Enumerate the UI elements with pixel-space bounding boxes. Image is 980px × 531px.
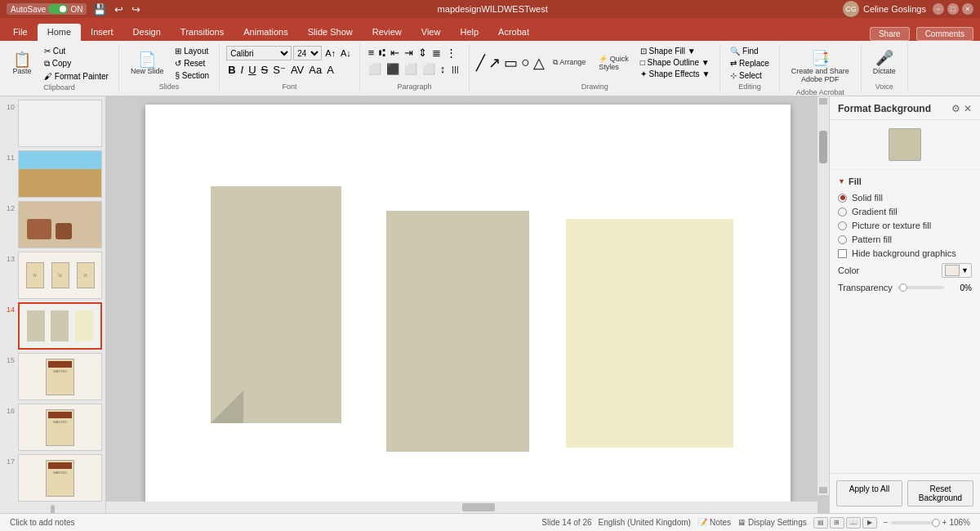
dictate-button[interactable]: 🎤 Dictate (868, 46, 901, 78)
decrease-font-icon[interactable]: A↓ (339, 47, 353, 59)
color-swatch[interactable]: ▼ (942, 263, 972, 278)
zoom-in-icon[interactable]: + (942, 518, 947, 527)
shape-2[interactable] (386, 211, 529, 452)
minimize-button[interactable]: − (933, 3, 944, 15)
numbering-icon[interactable]: ⑆ (377, 46, 387, 60)
autosave-toggle[interactable] (48, 4, 68, 14)
decrease-indent-icon[interactable]: ⇤ (389, 46, 401, 60)
tab-slideshow[interactable]: Slide Show (298, 24, 363, 41)
notes-status-item[interactable]: 📝 Notes (697, 518, 731, 527)
tab-transitions[interactable]: Transitions (171, 24, 234, 41)
scroll-thumb-v[interactable] (819, 131, 827, 163)
replace-button[interactable]: ⇄ Replace (727, 58, 772, 69)
increase-font-icon[interactable]: A↑ (323, 47, 337, 59)
transparency-slider[interactable] (898, 286, 944, 289)
slide-thumb-16[interactable]: 16 WANTED (3, 404, 102, 451)
zoom-out-icon[interactable]: − (884, 518, 889, 527)
shadow-icon[interactable]: S⁻ (271, 63, 287, 77)
zoom-thumb[interactable] (932, 519, 940, 527)
italic-icon[interactable]: I (239, 63, 246, 77)
tab-insert[interactable]: Insert (81, 24, 123, 41)
align-text-icon[interactable]: ≣ (430, 46, 443, 60)
comments-button[interactable]: Comments (916, 27, 973, 41)
slide-thumb-15[interactable]: 15 WANTED (3, 353, 102, 400)
tab-home[interactable]: Home (38, 24, 81, 41)
justify-icon[interactable]: ⬜ (421, 62, 437, 76)
notes-click-area[interactable]: Click to add notes (10, 518, 533, 527)
display-settings-item[interactable]: 🖥 Display Settings (737, 518, 807, 527)
create-share-pdf-button[interactable]: 📑 Create and ShareAdobe PDF (786, 46, 854, 87)
share-button[interactable]: Share (870, 27, 910, 41)
text-direction-icon[interactable]: ⇕ (416, 46, 429, 60)
copy-button[interactable]: ⧉ Copy (41, 58, 112, 69)
tab-acrobat[interactable]: Acrobat (488, 24, 539, 41)
close-button[interactable]: × (962, 3, 973, 15)
align-center-icon[interactable]: ⬛ (385, 62, 401, 76)
cut-button[interactable]: ✂ Cut (41, 46, 112, 56)
smartart-icon[interactable]: ⋮ (444, 46, 458, 60)
oval-icon[interactable]: ○ (521, 54, 530, 71)
hide-bg-option[interactable]: Hide background graphics (838, 248, 972, 258)
paste-button[interactable]: 📋 Paste (7, 49, 38, 78)
pattern-fill-option[interactable]: Pattern fill (838, 234, 972, 244)
hide-bg-checkbox[interactable] (838, 249, 847, 258)
tab-review[interactable]: Review (363, 24, 412, 41)
line-spacing-icon[interactable]: ↕ (439, 62, 448, 76)
rect-icon[interactable]: ▭ (504, 54, 518, 72)
gradient-fill-radio[interactable] (838, 207, 847, 216)
shape-3[interactable] (566, 219, 733, 448)
picture-fill-radio[interactable] (838, 221, 847, 230)
gradient-fill-option[interactable]: Gradient fill (838, 207, 972, 216)
arrange-button[interactable]: ⧉ Arrange (548, 55, 590, 70)
slide-thumb-12[interactable]: 12 (3, 201, 102, 248)
slideshow-button[interactable]: ▶ (862, 517, 877, 529)
vertical-scrollbar[interactable] (817, 96, 829, 495)
shape-fill-button[interactable]: ⊡ Shape Fill ▼ (637, 46, 714, 56)
shapes-icon[interactable]: △ (533, 54, 545, 72)
section-button[interactable]: § Section (172, 70, 212, 81)
apply-to-all-button[interactable]: Apply to All (836, 480, 902, 506)
bold-icon[interactable]: B (226, 63, 237, 77)
slide-sorter-button[interactable]: ⊞ (830, 517, 844, 529)
slide-thumb-11[interactable]: 11 (3, 150, 102, 198)
zoom-slider[interactable] (891, 521, 940, 524)
char-spacing-icon[interactable]: AV (289, 63, 305, 77)
tab-file[interactable]: File (3, 24, 38, 41)
shape-1[interactable] (211, 186, 341, 423)
columns-icon[interactable]: ⫼ (448, 62, 462, 76)
align-left-icon[interactable]: ⬜ (367, 62, 383, 76)
panel-close-icon[interactable]: ✕ (964, 103, 972, 114)
tab-animations[interactable]: Animations (234, 24, 297, 41)
reset-button[interactable]: ↺ Reset (172, 58, 212, 69)
select-button[interactable]: ⊹ Select (727, 70, 772, 81)
bullets-icon[interactable]: ≡ (367, 46, 376, 60)
slide-thumb-17[interactable]: 17 WANTED (3, 454, 102, 502)
text-size-icon[interactable]: Aa (307, 63, 323, 77)
format-painter-button[interactable]: 🖌 Format Painter (41, 71, 112, 82)
align-right-icon[interactable]: ⬜ (403, 62, 419, 76)
tab-design[interactable]: Design (123, 24, 171, 41)
tab-help[interactable]: Help (450, 24, 488, 41)
tab-view[interactable]: View (412, 24, 451, 41)
redo-icon[interactable]: ↪ (130, 2, 142, 16)
underline-icon[interactable]: U (247, 63, 257, 77)
color-dropdown-icon[interactable]: ▼ (961, 266, 969, 274)
increase-indent-icon[interactable]: ⇥ (403, 46, 415, 60)
strikethrough-icon[interactable]: S (260, 63, 270, 77)
slide-thumb-14[interactable]: 14 (3, 302, 102, 350)
line-icon[interactable]: ╱ (476, 54, 485, 72)
picture-fill-option[interactable]: Picture or texture fill (838, 221, 972, 230)
reset-background-button[interactable]: Reset Background (907, 480, 973, 506)
reading-view-button[interactable]: 📖 (846, 517, 861, 529)
horizontal-scrollbar[interactable] (106, 502, 817, 513)
arrow-icon[interactable]: ↗ (488, 54, 501, 72)
save-icon[interactable]: 💾 (91, 2, 108, 16)
new-slide-button[interactable]: 📄 New Slide (126, 49, 169, 78)
transparency-thumb[interactable] (899, 283, 907, 292)
shape-effects-button[interactable]: ✦ Shape Effects ▼ (637, 69, 714, 79)
autosave-badge[interactable]: AutoSave ON (7, 3, 87, 15)
normal-view-button[interactable]: ▤ (813, 517, 828, 529)
font-color-icon[interactable]: A (325, 63, 336, 77)
find-button[interactable]: 🔍 Find (727, 46, 772, 56)
font-size-select[interactable]: 24 (293, 46, 322, 60)
